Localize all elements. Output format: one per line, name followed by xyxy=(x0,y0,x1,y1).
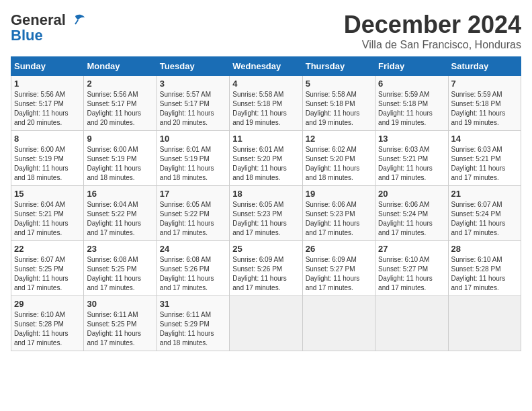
day-info: Sunrise: 6:07 AM Sunset: 5:25 PM Dayligh… xyxy=(14,255,81,293)
table-row: 24Sunrise: 6:08 AM Sunset: 5:26 PM Dayli… xyxy=(157,241,229,296)
logo-bird-icon xyxy=(69,11,87,30)
subtitle: Villa de San Francisco, Honduras xyxy=(344,39,521,51)
day-info: Sunrise: 5:58 AM Sunset: 5:18 PM Dayligh… xyxy=(306,90,372,128)
table-row: 3Sunrise: 5:57 AM Sunset: 5:17 PM Daylig… xyxy=(157,76,229,131)
main-title: December 2024 xyxy=(344,11,521,39)
day-info: Sunrise: 5:58 AM Sunset: 5:18 PM Dayligh… xyxy=(232,90,299,128)
day-number: 19 xyxy=(306,189,372,199)
title-section: December 2024 Villa de San Francisco, Ho… xyxy=(344,11,521,51)
table-row xyxy=(375,296,448,351)
table-row: 25Sunrise: 6:09 AM Sunset: 5:26 PM Dayli… xyxy=(230,241,302,296)
day-number: 27 xyxy=(378,244,445,254)
table-row: 28Sunrise: 6:10 AM Sunset: 5:28 PM Dayli… xyxy=(448,241,521,296)
table-row: 14Sunrise: 6:03 AM Sunset: 5:21 PM Dayli… xyxy=(448,131,521,186)
day-number: 7 xyxy=(451,79,518,89)
day-info: Sunrise: 6:02 AM Sunset: 5:20 PM Dayligh… xyxy=(306,145,372,183)
table-row: 1Sunrise: 5:56 AM Sunset: 5:17 PM Daylig… xyxy=(11,76,84,131)
table-row: 18Sunrise: 6:05 AM Sunset: 5:23 PM Dayli… xyxy=(230,186,302,241)
table-row: 7Sunrise: 5:59 AM Sunset: 5:18 PM Daylig… xyxy=(448,76,521,131)
day-number: 8 xyxy=(14,134,81,144)
table-row xyxy=(448,296,521,351)
day-number: 15 xyxy=(14,189,81,199)
day-number: 9 xyxy=(87,134,153,144)
day-number: 20 xyxy=(378,189,445,199)
calendar-week-row: 15Sunrise: 6:04 AM Sunset: 5:21 PM Dayli… xyxy=(11,186,521,241)
day-number: 23 xyxy=(87,244,153,254)
day-info: Sunrise: 5:56 AM Sunset: 5:17 PM Dayligh… xyxy=(14,90,81,128)
table-row: 12Sunrise: 6:02 AM Sunset: 5:20 PM Dayli… xyxy=(302,131,375,186)
day-info: Sunrise: 6:10 AM Sunset: 5:27 PM Dayligh… xyxy=(378,255,445,293)
day-number: 12 xyxy=(306,134,372,144)
calendar-header-row: Sunday Monday Tuesday Wednesday Thursday… xyxy=(11,57,521,76)
table-row xyxy=(230,296,302,351)
calendar-week-row: 8Sunrise: 6:00 AM Sunset: 5:19 PM Daylig… xyxy=(11,131,521,186)
calendar-week-row: 1Sunrise: 5:56 AM Sunset: 5:17 PM Daylig… xyxy=(11,76,521,131)
calendar-table: Sunday Monday Tuesday Wednesday Thursday… xyxy=(11,56,521,351)
day-number: 26 xyxy=(306,244,372,254)
table-row: 8Sunrise: 6:00 AM Sunset: 5:19 PM Daylig… xyxy=(11,131,84,186)
day-info: Sunrise: 6:03 AM Sunset: 5:21 PM Dayligh… xyxy=(378,145,445,183)
day-info: Sunrise: 6:04 AM Sunset: 5:21 PM Dayligh… xyxy=(14,200,81,238)
logo: General Blue xyxy=(11,11,87,44)
day-info: Sunrise: 6:11 AM Sunset: 5:29 PM Dayligh… xyxy=(160,310,226,348)
day-number: 28 xyxy=(451,244,518,254)
day-number: 29 xyxy=(14,299,81,309)
table-row xyxy=(302,296,375,351)
table-row: 23Sunrise: 6:08 AM Sunset: 5:25 PM Dayli… xyxy=(84,241,157,296)
table-row: 27Sunrise: 6:10 AM Sunset: 5:27 PM Dayli… xyxy=(375,241,448,296)
day-number: 17 xyxy=(160,189,226,199)
day-number: 6 xyxy=(378,79,445,89)
day-info: Sunrise: 6:11 AM Sunset: 5:25 PM Dayligh… xyxy=(87,310,153,348)
day-info: Sunrise: 6:10 AM Sunset: 5:28 PM Dayligh… xyxy=(451,255,518,293)
day-number: 5 xyxy=(306,79,372,89)
table-row: 30Sunrise: 6:11 AM Sunset: 5:25 PM Dayli… xyxy=(84,296,157,351)
calendar-week-row: 22Sunrise: 6:07 AM Sunset: 5:25 PM Dayli… xyxy=(11,241,521,296)
day-number: 24 xyxy=(160,244,226,254)
day-number: 10 xyxy=(160,134,226,144)
table-row: 16Sunrise: 6:04 AM Sunset: 5:22 PM Dayli… xyxy=(84,186,157,241)
day-info: Sunrise: 5:56 AM Sunset: 5:17 PM Dayligh… xyxy=(87,90,153,128)
day-info: Sunrise: 6:05 AM Sunset: 5:22 PM Dayligh… xyxy=(160,200,226,238)
day-number: 31 xyxy=(160,299,226,309)
day-info: Sunrise: 6:10 AM Sunset: 5:28 PM Dayligh… xyxy=(14,310,81,348)
table-row: 29Sunrise: 6:10 AM Sunset: 5:28 PM Dayli… xyxy=(11,296,84,351)
day-info: Sunrise: 6:04 AM Sunset: 5:22 PM Dayligh… xyxy=(87,200,153,238)
table-row: 2Sunrise: 5:56 AM Sunset: 5:17 PM Daylig… xyxy=(84,76,157,131)
table-row: 9Sunrise: 6:00 AM Sunset: 5:19 PM Daylig… xyxy=(84,131,157,186)
header-thursday: Thursday xyxy=(302,57,375,76)
table-row: 21Sunrise: 6:07 AM Sunset: 5:24 PM Dayli… xyxy=(448,186,521,241)
day-info: Sunrise: 6:07 AM Sunset: 5:24 PM Dayligh… xyxy=(451,200,518,238)
header-monday: Monday xyxy=(84,57,157,76)
day-number: 25 xyxy=(232,244,299,254)
day-info: Sunrise: 6:09 AM Sunset: 5:26 PM Dayligh… xyxy=(232,255,299,293)
day-info: Sunrise: 6:01 AM Sunset: 5:20 PM Dayligh… xyxy=(232,145,299,183)
header-friday: Friday xyxy=(375,57,448,76)
calendar-week-row: 29Sunrise: 6:10 AM Sunset: 5:28 PM Dayli… xyxy=(11,296,521,351)
day-number: 13 xyxy=(378,134,445,144)
day-number: 22 xyxy=(14,244,81,254)
header-saturday: Saturday xyxy=(448,57,521,76)
page-header: General Blue December 2024 Villa de San … xyxy=(11,11,521,51)
day-number: 3 xyxy=(160,79,226,89)
day-info: Sunrise: 6:09 AM Sunset: 5:27 PM Dayligh… xyxy=(306,255,372,293)
day-number: 30 xyxy=(87,299,153,309)
day-number: 21 xyxy=(451,189,518,199)
table-row: 10Sunrise: 6:01 AM Sunset: 5:19 PM Dayli… xyxy=(157,131,229,186)
table-row: 5Sunrise: 5:58 AM Sunset: 5:18 PM Daylig… xyxy=(302,76,375,131)
day-number: 4 xyxy=(232,79,299,89)
day-info: Sunrise: 6:08 AM Sunset: 5:26 PM Dayligh… xyxy=(160,255,226,293)
day-number: 2 xyxy=(87,79,153,89)
table-row: 15Sunrise: 6:04 AM Sunset: 5:21 PM Dayli… xyxy=(11,186,84,241)
table-row: 22Sunrise: 6:07 AM Sunset: 5:25 PM Dayli… xyxy=(11,241,84,296)
day-info: Sunrise: 5:59 AM Sunset: 5:18 PM Dayligh… xyxy=(378,90,445,128)
day-info: Sunrise: 6:00 AM Sunset: 5:19 PM Dayligh… xyxy=(87,145,153,183)
day-info: Sunrise: 5:57 AM Sunset: 5:17 PM Dayligh… xyxy=(160,90,226,128)
table-row: 11Sunrise: 6:01 AM Sunset: 5:20 PM Dayli… xyxy=(230,131,302,186)
day-number: 11 xyxy=(232,134,299,144)
day-info: Sunrise: 6:05 AM Sunset: 5:23 PM Dayligh… xyxy=(232,200,299,238)
day-info: Sunrise: 6:00 AM Sunset: 5:19 PM Dayligh… xyxy=(14,145,81,183)
table-row: 26Sunrise: 6:09 AM Sunset: 5:27 PM Dayli… xyxy=(302,241,375,296)
day-info: Sunrise: 6:08 AM Sunset: 5:25 PM Dayligh… xyxy=(87,255,153,293)
day-info: Sunrise: 6:06 AM Sunset: 5:23 PM Dayligh… xyxy=(306,200,372,238)
table-row: 20Sunrise: 6:06 AM Sunset: 5:24 PM Dayli… xyxy=(375,186,448,241)
